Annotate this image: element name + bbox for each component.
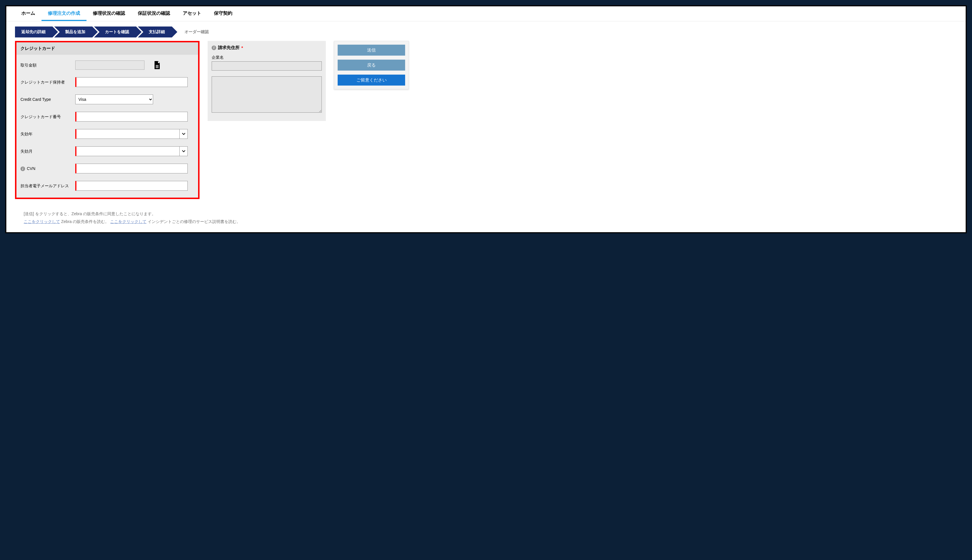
footer-line2: ここをクリックして Zebra の販売条件を読む。 ここをクリックして インシデ…	[23, 218, 949, 225]
nav-warranty-status[interactable]: 保証状況の確認	[132, 7, 176, 21]
service-desc-link[interactable]: ここをクリックして	[110, 219, 147, 224]
svg-rect-2	[156, 67, 159, 68]
credit-card-body: 取引金額 クレジットカード保持者 Credit Card Ty	[17, 55, 198, 198]
nav-assets[interactable]: アセット	[176, 7, 207, 21]
company-input[interactable]	[212, 62, 322, 70]
credit-card-heading: クレジットカード	[17, 42, 198, 55]
exp-year-select[interactable]	[75, 129, 188, 139]
cc-type-select[interactable]: Visa	[75, 95, 153, 104]
nav-home[interactable]: ホーム	[15, 7, 42, 21]
amount-label: 取引金額	[20, 63, 75, 68]
holder-input[interactable]	[75, 77, 188, 87]
wizard-steps: 返却先の詳細 製品を追加 カートを確認 支払詳細 オーダー確認	[15, 27, 957, 37]
footer-line1: [送信] をクリックすると、Zebra の販売条件に同意したことになります。	[23, 210, 949, 218]
svg-rect-0	[156, 65, 159, 66]
cc-number-input[interactable]	[75, 112, 188, 122]
exp-month-label: 失効月	[20, 148, 75, 154]
info-icon[interactable]: i	[212, 45, 216, 50]
cvn-label: CVN	[27, 166, 35, 171]
exp-year-label: 失効年	[20, 132, 75, 137]
footer-mid: Zebra の販売条件を読む。	[60, 219, 110, 224]
holder-label: クレジットカード保持者	[20, 80, 75, 85]
email-label: 担当者電子メールアドレス	[20, 183, 75, 188]
billing-body: 企業名	[207, 53, 326, 116]
submit-button[interactable]: 送信	[338, 45, 405, 56]
step-payment-details[interactable]: 支払詳細	[138, 27, 172, 37]
nav-maintenance[interactable]: 保守契約	[207, 7, 239, 21]
chevron-down-icon	[179, 129, 187, 138]
step-order-confirm[interactable]: オーダー確認	[174, 27, 216, 37]
required-star: *	[241, 45, 243, 50]
credit-card-panel: クレジットカード 取引金額 クレジットカード保持者	[15, 41, 199, 199]
terms-link[interactable]: ここをクリックして	[23, 219, 60, 224]
note-button[interactable]: ご留意ください	[338, 75, 405, 85]
info-icon[interactable]: i	[20, 167, 25, 171]
step-add-product[interactable]: 製品を追加	[54, 27, 92, 37]
document-icon[interactable]	[154, 61, 161, 69]
step-return-details[interactable]: 返却先の詳細	[15, 27, 52, 37]
top-nav: ホーム 修理注文の作成 修理状況の確認 保証状況の確認 アセット 保守契約	[6, 6, 966, 21]
cc-type-label: Credit Card Type	[20, 97, 75, 102]
cvn-label-wrap: iCVN	[20, 166, 75, 172]
chevron-down-icon	[179, 147, 187, 156]
billing-heading: 請求先住所	[218, 45, 239, 50]
step-review-cart[interactable]: カートを確認	[94, 27, 136, 37]
billing-address-panel: i 請求先住所 * 企業名	[207, 41, 326, 121]
billing-heading-row: i 請求先住所 *	[207, 41, 326, 53]
email-input[interactable]	[75, 181, 188, 191]
footer-text: [送信] をクリックすると、Zebra の販売条件に同意したことになります。 こ…	[6, 202, 966, 232]
main-content: クレジットカード 取引金額 クレジットカード保持者	[6, 41, 966, 202]
address-textarea[interactable]	[212, 76, 322, 113]
app-frame: ホーム 修理注文の作成 修理状況の確認 保証状況の確認 アセット 保守契約 返却…	[5, 5, 967, 233]
action-panel: 送信 戻る ご留意ください	[334, 41, 409, 89]
amount-input[interactable]	[75, 60, 144, 70]
cc-number-label: クレジットカード番号	[20, 114, 75, 119]
nav-repair-status[interactable]: 修理状況の確認	[87, 7, 132, 21]
cvn-input[interactable]	[75, 163, 188, 173]
exp-month-select[interactable]	[75, 146, 188, 156]
nav-create-repair[interactable]: 修理注文の作成	[42, 7, 87, 21]
svg-rect-1	[156, 66, 159, 67]
footer-end: インシデントごとの修理のサービス説明書を読む。	[147, 219, 241, 224]
company-label: 企業名	[212, 55, 322, 60]
back-button[interactable]: 戻る	[338, 60, 405, 70]
